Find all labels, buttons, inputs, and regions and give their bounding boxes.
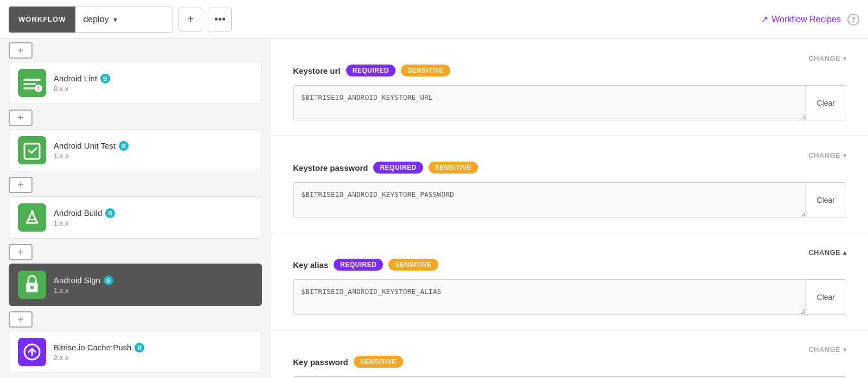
keystore-password-input[interactable] — [293, 182, 806, 217]
key-alias-label-row: Key alias REQUIRED SENSITIVE — [293, 259, 846, 271]
step-android-lint[interactable]: ! Android Lint B 0.x.x — [9, 62, 262, 104]
android-build-badge: B — [105, 208, 115, 218]
key-password-label: Key password — [293, 357, 348, 367]
workflow-label: WORKFLOW — [9, 7, 75, 33]
keystore-password-label-row: Keystore password REQUIRED SENSITIVE — [293, 162, 846, 174]
bitrise-cache-push-badge: B — [135, 343, 144, 353]
android-lint-icon: ! — [18, 69, 46, 97]
workflow-recipes-link[interactable]: ↗ Workflow Recipes — [761, 14, 841, 24]
bitrise-cache-push-version: 2.x.x — [54, 354, 144, 362]
android-sign-badge: B — [104, 276, 113, 285]
more-options-button[interactable]: ••• — [208, 8, 232, 31]
chevron-down-icon: ▾ — [843, 55, 847, 62]
header: WORKFLOW deploy ▾ + ••• ↗ Workflow Recip… — [0, 0, 868, 39]
android-lint-info: Android Lint B 0.x.x — [54, 74, 110, 93]
android-unit-test-info: Android Unit Test B 1.x.x — [54, 141, 129, 160]
android-build-version: 1.x.x — [54, 219, 115, 227]
chevron-up-icon: ▴ — [843, 249, 847, 257]
android-unit-test-name: Android Unit Test B — [54, 141, 129, 151]
add-row-2: + — [9, 174, 262, 196]
workflow-selector[interactable]: deploy ▾ — [75, 7, 173, 33]
required-badge: REQUIRED — [373, 162, 423, 174]
workflow-name: deploy — [83, 15, 108, 24]
key-password-change-area: CHANGE ▾ — [293, 345, 846, 354]
key-alias-label: Key alias — [293, 260, 328, 270]
add-step-top-button[interactable]: + — [9, 42, 33, 59]
android-sign-icon — [18, 271, 46, 299]
keystore-url-label: Keystore url — [293, 66, 341, 75]
chevron-down-icon: ▾ — [843, 346, 847, 354]
sidebar: + ! Android Lint B 0.x.x — [0, 39, 271, 378]
keystore-url-change-button[interactable]: CHANGE ▾ — [808, 54, 846, 62]
android-unit-test-badge: B — [119, 141, 129, 151]
required-badge: REQUIRED — [334, 259, 383, 271]
bitrise-cache-push-info: Bitrise.io Cache:Push B 2.x.x — [54, 343, 144, 362]
add-row-4: + — [9, 308, 262, 331]
svg-point-12 — [30, 286, 34, 289]
svg-text:!: ! — [37, 86, 39, 92]
svg-rect-8 — [18, 203, 46, 232]
sensitive-badge: SENSITIVE — [388, 259, 438, 271]
add-step-1-button[interactable]: + — [9, 110, 33, 126]
field-key-alias: CHANGE ▴ Key alias REQUIRED SENSITIVE Cl… — [271, 233, 868, 330]
key-alias-change-area: CHANGE ▴ — [293, 248, 846, 257]
help-icon[interactable]: ? — [847, 14, 859, 25]
key-alias-change-button[interactable]: CHANGE ▴ — [808, 248, 846, 257]
keystore-url-label-row: Keystore url REQUIRED SENSITIVE — [293, 65, 846, 76]
step-bitrise-cache-push[interactable]: Bitrise.io Cache:Push B 2.x.x — [9, 331, 262, 373]
key-alias-input[interactable] — [293, 279, 806, 315]
android-build-name: Android Build B — [54, 208, 115, 218]
chevron-down-icon: ▾ — [843, 152, 847, 159]
keystore-password-clear-button[interactable]: Clear — [806, 182, 846, 217]
key-alias-input-row: Clear — [293, 279, 846, 315]
android-build-icon — [18, 203, 46, 232]
keystore-url-input-row: Clear — [293, 85, 846, 120]
android-sign-version: 1.x.x — [54, 286, 113, 294]
android-lint-name: Android Lint B — [54, 74, 110, 84]
android-sign-name: Android Sign B — [54, 276, 113, 285]
required-badge: REQUIRED — [346, 65, 395, 76]
android-sign-info: Android Sign B 1.x.x — [54, 276, 113, 294]
field-key-password: CHANGE ▾ Key password SENSITIVE Clear — [271, 330, 868, 378]
keystore-url-change-area: CHANGE ▾ — [293, 54, 846, 62]
android-unit-test-icon — [18, 136, 46, 164]
svg-rect-1 — [23, 79, 41, 81]
keystore-password-change-button[interactable]: CHANGE ▾ — [808, 151, 846, 159]
external-link-icon: ↗ — [761, 14, 768, 24]
key-password-label-row: Key password SENSITIVE — [293, 356, 846, 368]
header-right: ↗ Workflow Recipes ? — [761, 14, 859, 25]
step-android-unit-test[interactable]: Android Unit Test B 1.x.x — [9, 129, 262, 171]
chevron-down-icon: ▾ — [113, 15, 117, 24]
field-keystore-url: CHANGE ▾ Keystore url REQUIRED SENSITIVE… — [271, 39, 868, 136]
android-lint-version: 0.x.x — [54, 85, 110, 93]
sensitive-badge: SENSITIVE — [401, 65, 450, 76]
add-step-2-button[interactable]: + — [9, 177, 33, 193]
field-keystore-password: CHANGE ▾ Keystore password REQUIRED SENS… — [271, 136, 868, 233]
bitrise-cache-push-name: Bitrise.io Cache:Push B — [54, 343, 144, 353]
add-row-5: + — [9, 375, 262, 378]
sensitive-badge: SENSITIVE — [429, 162, 478, 174]
step-android-sign[interactable]: Android Sign B 1.x.x — [9, 264, 262, 306]
keystore-password-label: Keystore password — [293, 163, 368, 172]
android-unit-test-version: 1.x.x — [54, 152, 129, 160]
bitrise-cache-push-icon — [18, 338, 46, 366]
add-row-1: + — [9, 106, 262, 129]
right-panel: CHANGE ▾ Keystore url REQUIRED SENSITIVE… — [271, 39, 868, 378]
keystore-url-input[interactable] — [293, 85, 806, 120]
android-build-info: Android Build B 1.x.x — [54, 208, 115, 227]
add-row-3: + — [9, 241, 262, 264]
keystore-password-change-area: CHANGE ▾ — [293, 151, 846, 159]
keystore-url-clear-button[interactable]: Clear — [806, 85, 846, 120]
sensitive-badge: SENSITIVE — [354, 356, 403, 368]
key-password-change-button[interactable]: CHANGE ▾ — [808, 345, 846, 354]
add-step-4-button[interactable]: + — [9, 311, 33, 328]
main-layout: + ! Android Lint B 0.x.x — [0, 39, 868, 378]
add-workflow-button[interactable]: + — [178, 8, 202, 31]
key-alias-clear-button[interactable]: Clear — [806, 279, 846, 315]
top-add-row: + — [9, 39, 262, 62]
step-android-build[interactable]: Android Build B 1.x.x — [9, 196, 262, 239]
android-lint-badge: B — [100, 74, 110, 84]
svg-rect-6 — [18, 136, 46, 164]
add-step-3-button[interactable]: + — [9, 244, 33, 260]
keystore-password-input-row: Clear — [293, 182, 846, 217]
